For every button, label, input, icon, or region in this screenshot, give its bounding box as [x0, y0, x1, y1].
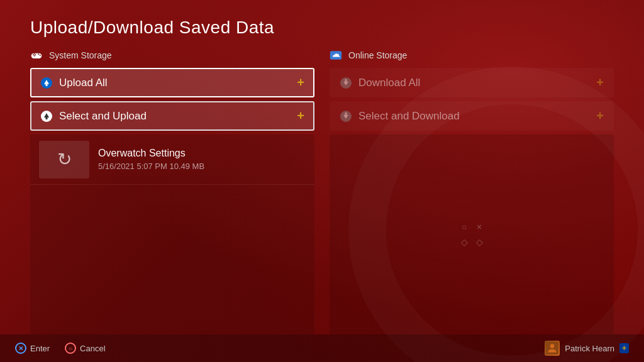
svg-rect-2 — [35, 54, 36, 55]
footer: ✕ Enter ○ Cancel Patrick Hearn + — [0, 334, 644, 362]
upload-all-plus-icon: + — [297, 75, 304, 90]
svg-rect-4 — [34, 55, 35, 57]
upload-all-label: Upload All — [59, 77, 108, 89]
svg-rect-3 — [34, 53, 35, 55]
system-storage-header: System Storage — [30, 49, 314, 62]
footer-left: ✕ Enter ○ Cancel — [15, 343, 106, 354]
game-title: Overwatch Settings — [98, 148, 204, 159]
online-storage-label: Online Storage — [348, 50, 407, 60]
select-download-plus-icon: + — [596, 109, 604, 123]
upload-all-button-left: Upload All — [40, 77, 108, 89]
page-container: Upload/Download Saved Data — [0, 0, 644, 362]
select-upload-label: Select and Upload — [59, 110, 147, 123]
download-all-icon — [340, 77, 352, 89]
svg-point-5 — [38, 53, 39, 55]
cancel-label: Cancel — [80, 344, 105, 353]
upload-all-icon — [40, 77, 53, 89]
square-symbol: ◇ — [458, 236, 470, 248]
download-all-plus-icon: + — [596, 75, 604, 90]
download-all-button[interactable]: Download All + — [330, 68, 614, 97]
game-list: ↻ Overwatch Settings 5/16/2021 5:07 PM 1… — [30, 134, 314, 334]
table-row[interactable]: ↻ Overwatch Settings 5/16/2021 5:07 PM 1… — [30, 134, 314, 185]
cancel-button[interactable]: ○ Cancel — [65, 343, 105, 354]
select-upload-icon — [40, 110, 53, 123]
select-and-download-button[interactable]: Select and Download + — [330, 101, 614, 131]
enter-label: Enter — [30, 344, 50, 353]
svg-rect-16 — [345, 79, 347, 82]
select-upload-button-left: Select and Upload — [40, 110, 147, 123]
triangle-symbol: ◇ — [473, 236, 486, 248]
svg-rect-19 — [345, 112, 347, 116]
game-meta: 5/16/2021 5:07 PM 10.49 MB — [98, 162, 204, 171]
username-label: Patrick Hearn — [565, 344, 614, 353]
system-storage-panel: System Storage Upload All + — [30, 49, 314, 334]
download-all-button-left: Download All — [340, 77, 420, 89]
controller-icon — [30, 49, 43, 62]
page-title: Upload/Download Saved Data — [0, 0, 644, 49]
svg-point-6 — [40, 55, 41, 56]
system-storage-label: System Storage — [49, 50, 112, 60]
footer-right: Patrick Hearn + — [545, 341, 629, 356]
svg-point-21 — [550, 344, 555, 348]
game-info: Overwatch Settings 5/16/2021 5:07 PM 10.… — [98, 148, 204, 171]
main-content: System Storage Upload All + — [0, 49, 644, 334]
svg-rect-9 — [46, 84, 48, 86]
select-upload-plus-icon: + — [297, 109, 304, 123]
svg-rect-1 — [33, 54, 34, 55]
avatar — [545, 341, 560, 356]
game-thumbnail: ↻ — [39, 141, 89, 178]
online-storage-empty: ○ × ◇ ◇ — [330, 134, 614, 334]
circle-symbol: ○ — [458, 221, 470, 233]
x-button-icon: ✕ — [15, 343, 26, 354]
ps-plus-badge: + — [619, 343, 629, 353]
ps-symbols-decoration: ○ × ◇ ◇ — [458, 221, 486, 248]
select-download-label: Select and Download — [358, 110, 460, 123]
select-and-upload-button[interactable]: Select and Upload + — [30, 101, 314, 131]
sync-icon: ↻ — [57, 149, 72, 170]
online-storage-panel: Online Storage Download All + — [330, 49, 614, 334]
o-button-icon: ○ — [65, 343, 76, 354]
svg-rect-12 — [46, 117, 48, 119]
cloud-icon — [330, 49, 342, 62]
online-storage-header: Online Storage — [330, 49, 614, 62]
upload-all-button[interactable]: Upload All + — [30, 68, 314, 97]
select-download-button-left: Select and Download — [340, 110, 460, 123]
select-download-icon — [340, 110, 352, 123]
enter-button[interactable]: ✕ Enter — [15, 343, 50, 354]
x-symbol: × — [473, 221, 486, 233]
download-all-label: Download All — [358, 77, 420, 89]
